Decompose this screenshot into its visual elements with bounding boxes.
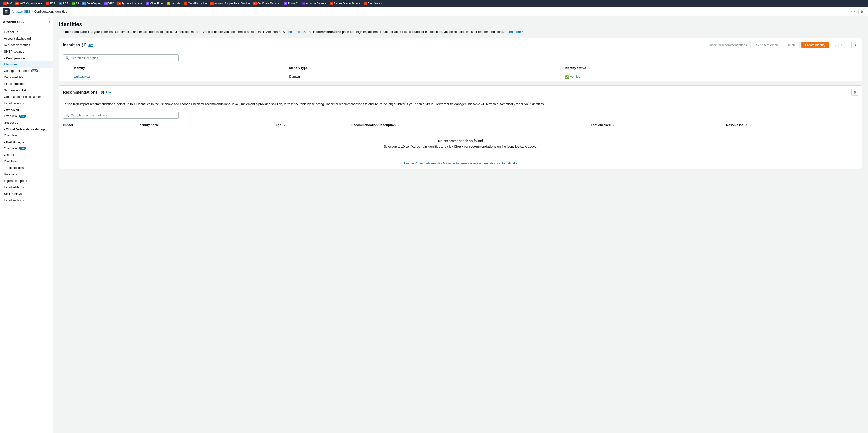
sidebar-item-mail-manager-overview[interactable]: Overview New (0, 145, 53, 151)
nav-sqs[interactable]: S Simple Queue Service (329, 1, 361, 5)
sidebar-section-workmail[interactable]: ▾ WorkMail (0, 106, 53, 113)
external-link-icon-1: ↗ (303, 30, 305, 33)
enable-vdm-link[interactable]: Enable Virtual Deliverability Manager to… (59, 158, 862, 168)
nav-organizations[interactable]: O AWS Organizations (14, 1, 44, 5)
sidebar-item-workmail-get-set-up[interactable]: Get set up ↗ (0, 119, 53, 126)
identities-search-wrapper: 🔍 (63, 55, 179, 61)
sidebar-collapse-button[interactable]: ‹ (49, 20, 50, 24)
row-checkbox[interactable] (63, 75, 66, 78)
create-identity-button[interactable]: Create identity (802, 42, 829, 48)
identities-info-link[interactable]: Info (89, 43, 93, 47)
sidebar-item-traffic-policies[interactable]: Traffic policies (0, 164, 53, 171)
sidebar-item-smtp-relays[interactable]: SMTP relays (0, 190, 53, 197)
nav-lambda[interactable]: λ Lambda (166, 1, 182, 5)
identity-type-sort-icon[interactable]: ▼ (309, 67, 312, 69)
send-test-email-button[interactable]: Send test email (752, 42, 781, 48)
sidebar-item-account-dashboard[interactable]: Account dashboard (0, 35, 53, 42)
identities-table-settings-button[interactable]: ⚙ (851, 42, 858, 49)
select-all-col[interactable] (59, 64, 70, 72)
pagination-current: 1 (840, 43, 843, 47)
menu-button[interactable]: ☰ (3, 8, 10, 15)
sidebar-item-email-receiving[interactable]: Email receiving (0, 100, 53, 106)
nav-cloudwatch[interactable]: C CloudWatch (362, 1, 383, 5)
resolve-issue-sort-icon[interactable]: ▼ (749, 124, 751, 127)
sidebar-section-mail-manager[interactable]: ▾ Mail Manager (0, 138, 53, 145)
sidebar-item-email-archiving[interactable]: Email archiving (0, 197, 53, 204)
identity-sort-icon[interactable]: ▼ (87, 67, 89, 69)
delete-button[interactable]: Delete (783, 42, 800, 48)
nav-iam[interactable]: I IAM (2, 1, 13, 5)
recommendations-info-link[interactable]: Info (106, 91, 111, 94)
nav-s3[interactable]: S3 S3 (70, 1, 80, 5)
last-checked-sort-icon[interactable]: ▼ (613, 124, 615, 127)
nav-ses[interactable]: S Amazon Simple Email Service (209, 1, 251, 5)
recommendation-sort-icon[interactable]: ▼ (398, 124, 400, 127)
sidebar-item-mail-manager-get-set-up[interactable]: Get set up (0, 151, 53, 158)
workmail-new-badge: New (19, 115, 26, 118)
identity-status-sort-icon[interactable]: ▼ (588, 67, 590, 69)
sidebar-item-vdm-overview[interactable]: Overview (0, 132, 53, 138)
nav-route53[interactable]: R Route 53 (283, 1, 300, 5)
learn-more-link-2[interactable]: Learn more (505, 30, 521, 33)
recommendations-table-settings-button[interactable]: ⚙ (851, 89, 858, 96)
chevron-down-icon-vdm: ▾ (4, 128, 5, 131)
sidebar-item-email-add-ons[interactable]: Email add-ons (0, 184, 53, 190)
identity-link[interactable]: tsukpa.blog (74, 75, 90, 79)
row-checkbox-cell[interactable] (59, 72, 70, 81)
identity-type-col-header: Identity type ▼ (285, 64, 561, 72)
age-sort-icon[interactable]: ▼ (283, 124, 285, 127)
identities-panel-actions-row: Check for recommendations Send test emai… (704, 42, 858, 49)
nav-bedrock[interactable]: B Amazon Bedrock (301, 1, 328, 5)
sidebar-item-ingress-endpoints[interactable]: Ingress endpoints (0, 178, 53, 184)
certificate-manager-icon: C (253, 2, 256, 5)
identity-status-col-header: Identity status ▼ (561, 64, 862, 72)
pagination-next-button[interactable]: › (844, 42, 850, 48)
settings-button[interactable]: ⚙ (858, 8, 865, 15)
recommendations-table-container: Impact Identity name ▼ Age ▼ R (59, 121, 862, 158)
recommendations-panel-header: Recommendations (0) Info ⚙ (59, 86, 862, 99)
cloudformation-icon: C (184, 2, 187, 5)
identity-name-col-header: Identity name ▼ (135, 121, 272, 129)
nav-rds[interactable]: R RDS (57, 1, 69, 5)
sidebar-item-email-templates[interactable]: Email templates (0, 81, 53, 87)
sidebar-item-configuration-sets[interactable]: Configuration sets New (0, 67, 53, 74)
nav-vpc[interactable]: V VPC (103, 1, 115, 5)
pagination: ‹ 1 › (833, 42, 850, 48)
nav-systems-manager[interactable]: S Systems Manager (116, 1, 144, 5)
identity-type-cell: Domain (285, 72, 561, 81)
select-all-checkbox[interactable] (63, 66, 66, 69)
identities-panel-header: Identities (1) Info Check for recommenda… (59, 38, 862, 52)
recommendations-search-wrapper: 🔍 (63, 112, 179, 119)
sidebar-section-configuration[interactable]: ▾ Configuration (0, 55, 53, 61)
breadcrumb-parent[interactable]: Amazon SES (11, 10, 30, 13)
identities-search-input[interactable] (63, 55, 179, 61)
check-recommendations-bold: Check for recommendations (454, 145, 496, 148)
sidebar-item-dedicated-ips[interactable]: Dedicated IPs (0, 74, 53, 81)
learn-more-link-1[interactable]: Learn more (286, 30, 302, 33)
nav-certificate-manager[interactable]: C Certificate Manager (252, 1, 282, 5)
sidebar-item-workmail-overview[interactable]: Overview New (0, 113, 53, 119)
pagination-prev-button[interactable]: ‹ (833, 42, 839, 48)
identity-name-sort-icon[interactable]: ▼ (161, 124, 163, 127)
sidebar-item-suppression-list[interactable]: Suppression list (0, 87, 53, 94)
nav-cloudfront[interactable]: C CloudFront (145, 1, 164, 5)
external-link-icon: ↗ (20, 121, 22, 124)
recommendations-description: To see high-impact recommendations, sele… (59, 99, 862, 110)
nav-cloudformation[interactable]: C CloudFormation (183, 1, 208, 5)
nav-ec2[interactable]: E EC2 (44, 1, 56, 5)
check-recommendations-button[interactable]: Check for recommendations (704, 42, 751, 48)
sidebar-item-mail-manager-dashboard[interactable]: Dashboard (0, 158, 53, 164)
sidebar-item-rule-sets[interactable]: Rule sets (0, 171, 53, 178)
main-layout: Amazon SES ‹ Get set up Account dashboar… (0, 17, 868, 433)
vpc-icon: V (104, 2, 108, 5)
nav-codedeploy[interactable]: C CodeDeploy (81, 1, 102, 5)
sidebar-item-smtp-settings[interactable]: SMTP settings (0, 48, 53, 55)
sidebar-section-vdm[interactable]: ▾ Virtual Deliverability Manager (0, 126, 53, 132)
sidebar-item-cross-account-notifications[interactable]: Cross-account notifications (0, 94, 53, 100)
recommendations-search-input[interactable] (63, 112, 179, 119)
sidebar-item-reputation-metrics[interactable]: Reputation metrics (0, 42, 53, 48)
sidebar-item-get-set-up[interactable]: Get set up (0, 29, 53, 35)
sidebar-header: Amazon SES ‹ (0, 17, 53, 27)
info-button[interactable]: ⓘ (850, 8, 857, 15)
sidebar-item-identities[interactable]: Identities (0, 61, 53, 67)
